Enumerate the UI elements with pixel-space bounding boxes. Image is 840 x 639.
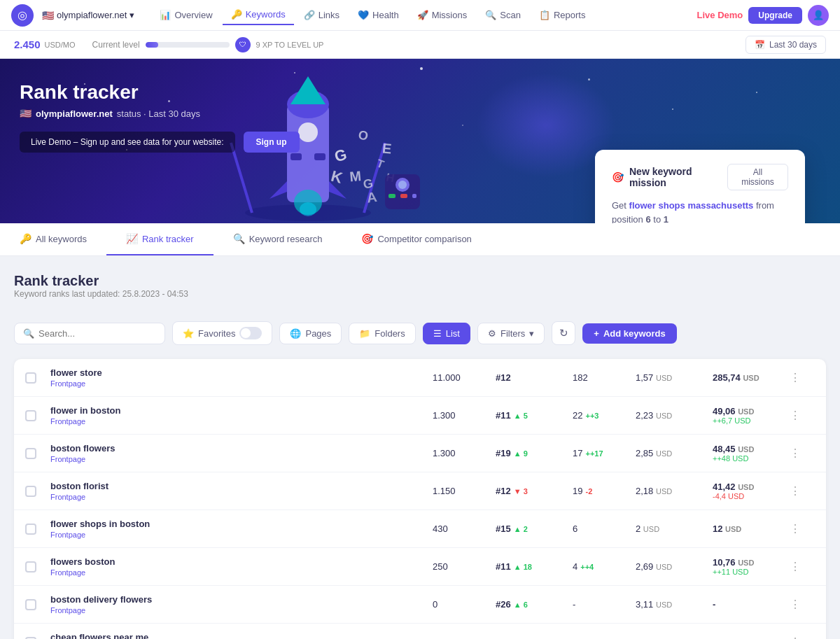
chevron-down-icon: ▾: [130, 10, 134, 20]
cpc-unit: USD: [656, 487, 672, 496]
row-checkbox[interactable]: [25, 637, 36, 640]
table-row[interactable]: cheap flowers near me Frontpage 5.320 #1…: [14, 624, 826, 639]
keyword-page[interactable]: Frontpage: [50, 379, 433, 388]
value-change: ++6,7 USD: [713, 416, 790, 425]
folders-button[interactable]: 📁 Folders: [349, 323, 415, 344]
search-box[interactable]: 🔍: [14, 323, 165, 344]
nav-item-health[interactable]: 💙 Health: [349, 6, 407, 24]
all-keywords-icon: 🔑: [20, 233, 31, 244]
cpc-cell: 2,23 USD: [636, 410, 713, 421]
cpc-cell: 2,69 USD: [636, 561, 713, 572]
favorites-label: Favorites: [198, 328, 235, 339]
row-menu-cell: ⋮: [790, 371, 815, 384]
refresh-button[interactable]: ↻: [552, 321, 575, 345]
filter-icon: ⚙: [488, 328, 496, 339]
mission-card-title: 🎯 New keyword mission: [612, 166, 727, 188]
keyword-page[interactable]: Frontpage: [50, 568, 433, 577]
table-row[interactable]: flowers boston Frontpage 250 #11 ▲ 18 4 …: [14, 548, 826, 586]
row-menu-button[interactable]: ⋮: [790, 598, 802, 610]
row-checkbox[interactable]: [25, 486, 36, 497]
keyword-name: flower in boston: [50, 405, 433, 416]
keyword-page[interactable]: Frontpage: [50, 606, 433, 615]
all-missions-button[interactable]: All missions: [727, 164, 788, 190]
traffic-change: ++3: [585, 412, 598, 420]
date-range-button[interactable]: 📅 Last 30 days: [746, 36, 826, 54]
row-menu-button[interactable]: ⋮: [790, 409, 802, 421]
traffic-cell: -: [573, 599, 636, 610]
keyword-page[interactable]: Frontpage: [50, 417, 433, 426]
keyword-page[interactable]: Frontpage: [50, 455, 433, 463]
value-unit: USD: [738, 483, 754, 491]
row-checkbox[interactable]: [25, 410, 36, 421]
tab-keyword-research[interactable]: 🔍 Keyword research: [214, 223, 342, 255]
row-menu-button[interactable]: ⋮: [790, 485, 802, 497]
nav-item-overview[interactable]: 📊 Overview: [151, 6, 220, 24]
add-keywords-button[interactable]: + Add keywords: [582, 323, 676, 344]
tabs-bar: 🔑 All keywords 📈 Rank tracker 🔍 Keyword …: [0, 223, 840, 256]
keyword-page[interactable]: Frontpage: [50, 531, 433, 539]
cpc-value: 2,23: [636, 410, 653, 421]
cpc-unit: USD: [656, 601, 672, 609]
table-row[interactable]: boston florist Frontpage 1.150 #12 ▼ 3 1…: [14, 472, 826, 510]
traffic-value: 182: [573, 372, 588, 383]
nav-item-links[interactable]: 🔗 Links: [295, 6, 348, 24]
cpc-value: 2,18: [636, 486, 653, 496]
table-row[interactable]: flower in boston Frontpage 1.300 #11 ▲ 5…: [14, 397, 826, 435]
list-button[interactable]: ☰ List: [423, 323, 470, 344]
rank-number: #19: [496, 448, 511, 458]
keyword-name: boston delivery flowers: [50, 594, 433, 605]
folders-label: Folders: [374, 328, 405, 339]
favorites-toggle[interactable]: [239, 327, 262, 339]
nav-item-reports[interactable]: 📋 Reports: [531, 6, 594, 24]
hero-signup-button[interactable]: Sign up: [244, 132, 300, 153]
row-checkbox[interactable]: [25, 372, 36, 384]
row-checkbox[interactable]: [25, 599, 36, 610]
keyword-cell: cheap flowers near me Frontpage: [50, 632, 433, 639]
keyword-page[interactable]: Frontpage: [50, 493, 433, 501]
table-row[interactable]: boston delivery flowers Frontpage 0 #26 …: [14, 586, 826, 624]
tab-competitor-comparison[interactable]: 🎯 Competitor comparison: [342, 223, 491, 255]
value-main: 285,74 USD: [713, 372, 790, 383]
filters-button[interactable]: ⚙ Filters ▾: [477, 323, 545, 344]
row-menu-button[interactable]: ⋮: [790, 636, 802, 639]
row-menu-button[interactable]: ⋮: [790, 447, 802, 459]
table-row[interactable]: flower store Frontpage 11.000 #12 182 1,…: [14, 359, 826, 397]
search-input[interactable]: [38, 328, 156, 339]
tab-rank-tracker-label: Rank tracker: [142, 234, 194, 244]
nav-item-links-label: Links: [318, 10, 340, 20]
nav-item-scan-label: Scan: [500, 10, 521, 20]
hero-banner: G O M T G E K A H Rank tracker 🇺🇸 olympi…: [0, 59, 840, 223]
user-avatar[interactable]: 👤: [808, 5, 829, 26]
site-selector[interactable]: 🇺🇸 olympiaflower.net ▾: [42, 10, 134, 21]
row-checkbox[interactable]: [25, 524, 36, 535]
rank-tracker-icon: 📈: [126, 233, 138, 244]
tab-rank-tracker[interactable]: 📈 Rank tracker: [106, 223, 214, 255]
row-menu-button[interactable]: ⋮: [790, 561, 802, 573]
row-checkbox[interactable]: [25, 561, 36, 573]
rank-number: #11: [496, 410, 511, 421]
table-row[interactable]: boston flowers Frontpage 1.300 #19 ▲ 9 1…: [14, 435, 826, 472]
cpc-value: 2,69: [636, 561, 653, 572]
nav-item-missions-label: Missions: [432, 10, 468, 20]
nav-item-missions[interactable]: 🚀 Missions: [409, 6, 476, 24]
value-main: 12 USD: [713, 524, 790, 534]
chevron-down-icon: ▾: [529, 328, 534, 339]
row-menu-button[interactable]: ⋮: [790, 372, 802, 384]
pages-button[interactable]: 🌐 Pages: [279, 323, 342, 344]
app-logo[interactable]: ◎: [11, 4, 34, 27]
upgrade-button[interactable]: Upgrade: [748, 7, 802, 24]
nav-item-keywords[interactable]: 🔑 Keywords: [223, 5, 294, 25]
nav-item-keywords-label: Keywords: [246, 9, 286, 20]
rank-change: ▲ 2: [514, 525, 528, 533]
cpc-cell: 3,11 USD: [636, 599, 713, 610]
value-main: 10,76 USD: [713, 557, 790, 568]
table-row[interactable]: flower shops in boston Frontpage 430 #15…: [14, 510, 826, 548]
row-checkbox-cell: [25, 524, 50, 535]
favorites-button[interactable]: ⭐ Favorites: [172, 321, 272, 345]
row-menu-button[interactable]: ⋮: [790, 523, 802, 535]
overview-icon: 📊: [160, 10, 171, 20]
tab-all-keywords[interactable]: 🔑 All keywords: [0, 223, 106, 255]
value-unit: USD: [725, 525, 741, 533]
nav-item-scan[interactable]: 🔍 Scan: [477, 6, 529, 24]
row-checkbox[interactable]: [25, 448, 36, 459]
